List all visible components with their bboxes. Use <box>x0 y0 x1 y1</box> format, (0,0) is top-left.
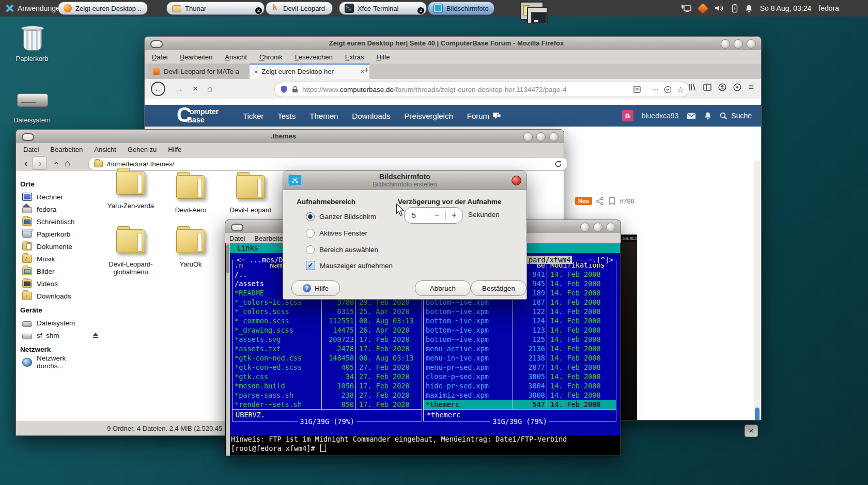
radio-icon[interactable] <box>306 245 315 254</box>
username[interactable]: bluedxca93 <box>642 112 679 120</box>
window-menu-icon[interactable] <box>150 40 163 48</box>
radio-option[interactable]: Aktives Fenster <box>306 225 378 241</box>
sidebar-item[interactable]: fedora <box>16 203 102 215</box>
hamburger-menu-icon[interactable]: ≡ <box>748 82 754 92</box>
nav-link[interactable]: Preisvergleich <box>405 112 453 120</box>
share-icon[interactable] <box>595 197 604 206</box>
close-button[interactable] <box>747 39 756 49</box>
sidebar-item[interactable]: Dokumente <box>16 240 102 253</box>
window-menu-icon[interactable] <box>22 133 34 141</box>
scrollbar-thumb[interactable] <box>755 408 760 420</box>
reload-icon[interactable] <box>554 160 562 168</box>
avatar[interactable]: B <box>622 110 633 121</box>
mc-file-row[interactable]: *assets.svg 200723 17. Feb 2020 <box>233 335 422 344</box>
extension-icon[interactable] <box>733 83 741 91</box>
desktop-icon[interactable]: Papierkorb <box>7 25 57 62</box>
pocket-icon[interactable] <box>664 86 672 93</box>
computerbase-logo[interactable]: C omputer Base <box>177 106 224 125</box>
menu-item[interactable]: Ansicht <box>225 53 247 61</box>
window-menu-icon[interactable] <box>231 224 243 231</box>
menu-item[interactable]: Bearbeiten <box>50 146 83 153</box>
radio-option[interactable]: Ganzer Bildschirm <box>306 208 378 225</box>
spin-plus-button[interactable]: + <box>445 211 462 220</box>
capture-pointer-option[interactable]: ✓ Mauszeiger aufnehmen <box>306 261 393 270</box>
tracking-shield-icon[interactable] <box>280 85 288 93</box>
menu-item[interactable]: Ansicht <box>94 146 116 153</box>
volume-icon[interactable] <box>714 4 724 12</box>
mc-file-row[interactable]: *parse-sass.sh 238 27. Feb 2020 <box>233 390 422 400</box>
messages-icon[interactable] <box>687 113 696 119</box>
file-manager-titlebar[interactable]: .themes <box>16 130 564 144</box>
post-number[interactable]: #798 <box>619 197 634 205</box>
maximize-button[interactable] <box>593 223 602 232</box>
mc-file-row[interactable]: *_drawing.scss 14475 26. Apr 2020 <box>233 325 422 335</box>
forward-button[interactable]: › <box>33 157 47 170</box>
menu-item[interactable]: Datei <box>229 234 245 242</box>
url-bar[interactable]: https://www.computerbase.de/forum/thread… <box>274 82 690 97</box>
taskbar-button[interactable]: Devil-Leopard-xfce-m... <box>266 2 333 15</box>
close-button[interactable] <box>549 132 559 142</box>
mc-file-row[interactable]: bottom-~ive.xpm 123 14. Feb 2008 <box>424 325 616 335</box>
sidebar-item[interactable]: Downloads <box>16 290 102 302</box>
folder-item[interactable]: Yaru-Zen-verda <box>102 171 160 210</box>
menu-item[interactable]: Gehen zu <box>128 146 157 153</box>
dialog-titlebar[interactable]: Bildschirmfoto Bildschirmfoto erstellen <box>283 171 526 190</box>
stop-button[interactable]: × <box>193 84 198 94</box>
tab-devil-leopard[interactable]: Devil Leopard for MATe a × <box>148 64 260 79</box>
mc-file-row[interactable]: *gtk-con~ned.css 148458 08. Aug 03:13 <box>233 353 422 363</box>
account-icon[interactable] <box>718 83 726 91</box>
new-tab-button[interactable]: + <box>364 65 369 75</box>
url-text[interactable]: https://www.computerbase.de/forum/thread… <box>302 86 567 93</box>
taskbar-button[interactable]: Xfce-Terminal 2 <box>339 2 427 15</box>
radio-icon[interactable] <box>306 229 315 238</box>
terminal-output[interactable]: Hinweis: FTP ist im Midnight Commander e… <box>230 435 620 456</box>
confirm-button[interactable]: Bestätigen <box>471 280 526 296</box>
path-bar[interactable]: /home/fedora/.themes/ <box>88 157 568 170</box>
bookmark-star-icon[interactable]: ☆ <box>677 85 684 95</box>
menu-item[interactable]: Bearbeiten <box>180 53 212 61</box>
session-user-label[interactable]: fedora <box>818 4 839 12</box>
menu-item[interactable]: Lesezeichen <box>295 53 333 61</box>
delay-spinbox[interactable]: 5 − + <box>404 207 463 224</box>
radio-option[interactable]: Bereich auswählen <box>306 241 378 258</box>
terminal-scrollbar[interactable] <box>226 243 230 456</box>
minimize-button[interactable] <box>580 223 590 232</box>
help-button[interactable]: ? Hilfe <box>291 280 340 296</box>
sidebar-item[interactable]: Musik <box>16 253 102 265</box>
battery-icon[interactable] <box>732 4 738 13</box>
home-button[interactable]: ⌂ <box>207 84 212 94</box>
minimize-button[interactable] <box>721 39 730 49</box>
nav-link[interactable]: Themen <box>309 112 338 120</box>
mc-file-row[interactable]: *gtk-con~ed.scss 405 27. Feb 2020 <box>233 363 422 372</box>
page-actions-icon[interactable]: ⋯ <box>652 85 659 93</box>
mc-file-row[interactable]: *render-~sets.sh 850 17. Feb 2020 <box>233 400 422 409</box>
menu-item[interactable]: Chronik <box>259 53 283 61</box>
desktop-icon[interactable]: Dateisystem <box>7 86 57 124</box>
mc-file-row[interactable]: bottom-~ive.xpm 124 14. Feb 2008 <box>424 316 616 325</box>
dialog-close-button[interactable] <box>512 176 521 185</box>
maximize-button[interactable] <box>734 39 743 49</box>
notifications-icon[interactable] <box>745 4 753 13</box>
bookmark-icon[interactable] <box>609 197 615 206</box>
search-control[interactable]: Suche <box>720 112 752 120</box>
page-scrollbar[interactable] <box>754 161 761 419</box>
sidebar-item[interactable]: Schreibtisch <box>16 215 102 228</box>
alerts-bell-icon[interactable] <box>704 112 711 120</box>
sidebar-item[interactable]: sf_shm <box>16 329 102 341</box>
nav-link[interactable]: Tests <box>277 112 296 120</box>
folder-item[interactable]: Devil-Leopard-globalmenu <box>102 229 160 276</box>
clock[interactable]: So 8 Aug, 03:24 <box>760 4 812 12</box>
radio-icon[interactable] <box>306 212 315 221</box>
menu-item[interactable]: Datei <box>152 53 167 61</box>
mc-file-row[interactable]: *assets.txt 2478 17. Feb 2020 <box>233 344 422 353</box>
sidebar-item[interactable]: Netzwerk durchs... <box>16 356 102 368</box>
folder-item[interactable]: YaruOk <box>162 229 220 268</box>
reader-mode-icon[interactable] <box>633 86 641 93</box>
sidebar-item[interactable]: Videos <box>16 277 102 290</box>
delay-value[interactable]: 5 <box>405 211 428 220</box>
path-text[interactable]: /home/fedora/.themes/ <box>107 160 174 168</box>
sidebar-item[interactable]: Dateisystem <box>16 317 102 329</box>
menu-item[interactable]: Bearbeiten <box>254 234 287 242</box>
back-button[interactable]: ← <box>151 82 165 96</box>
back-button[interactable]: ‹ <box>24 158 27 169</box>
